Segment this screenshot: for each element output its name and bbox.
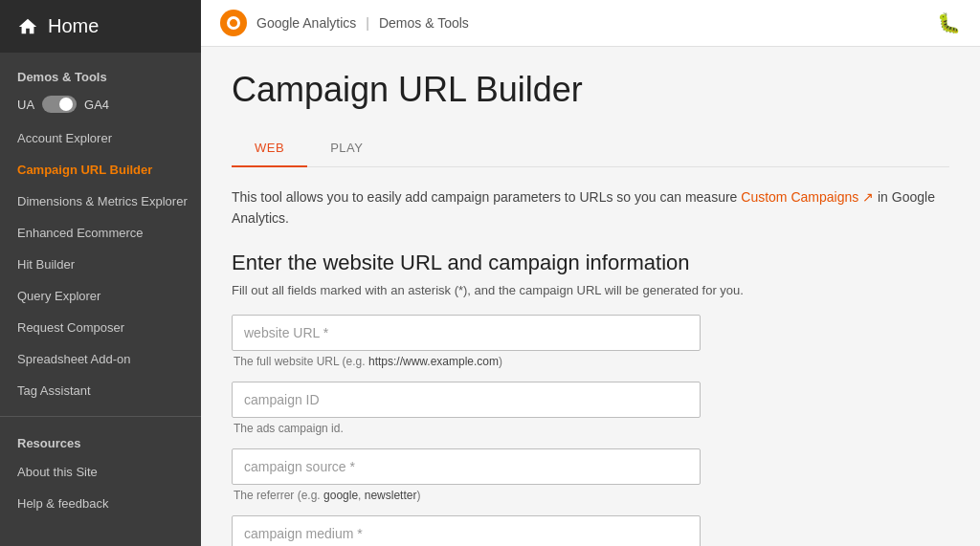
- sidebar-item-dimensions-metrics[interactable]: Dimensions & Metrics Explorer: [0, 186, 201, 217]
- description-text: This tool allows you to easily add campa…: [232, 186, 949, 229]
- content-area: Campaign URL Builder WEB PLAY This tool …: [201, 47, 980, 546]
- sidebar-item-tag-assistant[interactable]: Tag Assistant: [0, 375, 201, 406]
- website-url-group: The full website URL (e.g. https://www.e…: [232, 315, 949, 368]
- website-url-hint: The full website URL (e.g. https://www.e…: [232, 355, 949, 368]
- tab-web[interactable]: WEB: [232, 129, 307, 166]
- ga4-label: GA4: [84, 98, 109, 112]
- sidebar-item-about-site[interactable]: About this Site: [0, 456, 201, 488]
- topbar-subtitle: Demos & Tools: [379, 15, 469, 31]
- sidebar-item-spreadsheet-addon[interactable]: Spreadsheet Add-on: [0, 343, 201, 375]
- home-icon: [17, 16, 38, 37]
- sidebar: Home Demos & Tools UA GA4 Account Explor…: [0, 0, 201, 546]
- sidebar-item-hit-builder[interactable]: Hit Builder: [0, 249, 201, 280]
- ua-label: UA: [17, 98, 34, 112]
- campaign-source-input[interactable]: [232, 448, 701, 485]
- demos-tools-title: Demos & Tools: [0, 53, 201, 90]
- form-subtitle: Fill out all fields marked with an aster…: [232, 283, 949, 297]
- toggle-knob: [59, 98, 73, 111]
- campaign-source-hint: The referrer (e.g. google, newsletter): [232, 489, 949, 502]
- section-title: Enter the website URL and campaign infor…: [232, 251, 949, 275]
- ua-ga4-toggle-row: UA GA4: [0, 90, 201, 122]
- main-content: Google Analytics | Demos & Tools 🐛 Campa…: [201, 0, 980, 546]
- resources-title: Resources: [0, 426, 201, 456]
- topbar-brand: Google Analytics: [256, 15, 356, 31]
- sidebar-item-request-composer[interactable]: Request Composer: [0, 312, 201, 343]
- tab-play[interactable]: PLAY: [307, 129, 386, 166]
- sidebar-item-account-explorer[interactable]: Account Explorer: [0, 122, 201, 154]
- custom-campaigns-link[interactable]: Custom Campaigns ↗: [741, 189, 874, 205]
- website-url-input[interactable]: [232, 315, 701, 351]
- ga-logo-inner: [227, 16, 240, 30]
- sidebar-divider: [0, 416, 201, 417]
- campaign-medium-group: Marketing medium (e.g. cpc, banner, emai…: [232, 515, 949, 546]
- campaign-medium-input[interactable]: [232, 515, 701, 546]
- sidebar-item-enhanced-ecommerce[interactable]: Enhanced Ecommerce: [0, 217, 201, 249]
- bug-icon[interactable]: 🐛: [937, 11, 961, 34]
- sidebar-item-campaign-url-builder[interactable]: Campaign URL Builder: [0, 154, 201, 186]
- campaign-id-input[interactable]: [232, 382, 701, 418]
- sidebar-item-help-feedback[interactable]: Help & feedback: [0, 488, 201, 519]
- ua-ga4-toggle[interactable]: [42, 96, 77, 113]
- page-title: Campaign URL Builder: [232, 70, 949, 110]
- sidebar-home[interactable]: Home: [0, 0, 201, 53]
- topbar-separator: |: [366, 15, 369, 31]
- sidebar-item-query-explorer[interactable]: Query Explorer: [0, 280, 201, 312]
- sidebar-home-label: Home: [48, 15, 99, 37]
- campaign-id-hint: The ads campaign id.: [232, 422, 949, 435]
- topbar: Google Analytics | Demos & Tools 🐛: [201, 0, 980, 47]
- tabs: WEB PLAY: [232, 129, 949, 167]
- campaign-source-group: The referrer (e.g. google, newsletter): [232, 448, 949, 502]
- ga-logo: [220, 10, 247, 36]
- campaign-id-group: The ads campaign id.: [232, 382, 949, 435]
